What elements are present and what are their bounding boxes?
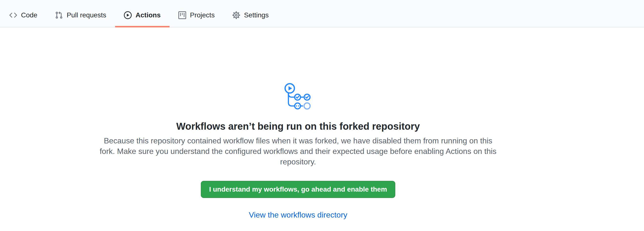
gear-icon bbox=[232, 11, 240, 19]
tab-label: Pull requests bbox=[67, 12, 106, 19]
workflows-directory-link[interactable]: View the workflows directory bbox=[249, 210, 347, 219]
tab-label: Actions bbox=[136, 12, 161, 19]
code-icon bbox=[9, 11, 17, 19]
repo-tab-nav: Code Pull requests Actions Projects bbox=[0, 0, 644, 28]
play-icon bbox=[124, 11, 132, 19]
git-pull-request-icon bbox=[55, 11, 63, 19]
enable-workflows-button[interactable]: I understand my workflows, go ahead and … bbox=[201, 181, 395, 198]
blankslate: Workflows aren’t being run on this forke… bbox=[0, 28, 596, 221]
tab-projects[interactable]: Projects bbox=[170, 4, 224, 27]
tab-label: Code bbox=[21, 12, 38, 19]
tab-actions[interactable]: Actions bbox=[115, 4, 170, 27]
tab-pull-requests[interactable]: Pull requests bbox=[46, 4, 115, 27]
blankslate-description: Because this repository contained workfl… bbox=[99, 136, 497, 167]
workflow-graph-icon bbox=[284, 82, 312, 110]
actions-blankslate-page: Workflows aren’t being run on this forke… bbox=[0, 28, 596, 221]
tab-label: Settings bbox=[244, 12, 269, 19]
tab-settings[interactable]: Settings bbox=[224, 4, 278, 27]
tab-label: Projects bbox=[190, 12, 215, 19]
link-row: View the workflows directory bbox=[0, 210, 596, 221]
blankslate-heading: Workflows aren’t being run on this forke… bbox=[0, 120, 596, 132]
tab-code[interactable]: Code bbox=[0, 4, 46, 27]
button-row: I understand my workflows, go ahead and … bbox=[0, 181, 596, 198]
project-icon bbox=[178, 11, 186, 19]
